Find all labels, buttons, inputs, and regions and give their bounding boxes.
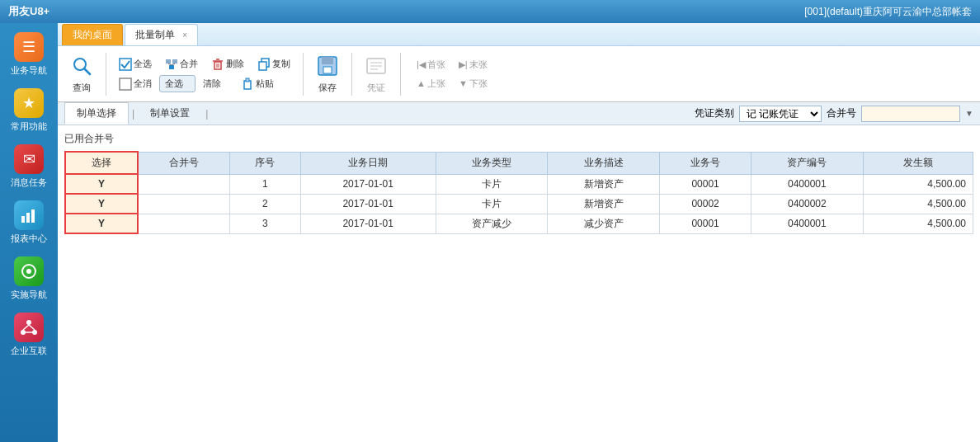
voucher-button[interactable]: 凭证 [359, 52, 393, 96]
clear-button[interactable]: 清除 [197, 75, 233, 92]
cell-sequence: 1 [230, 174, 301, 194]
sidebar-label-message: 消息任务 [11, 176, 47, 189]
col-header-bizdate: 业务日期 [300, 152, 436, 174]
separator-2 [303, 53, 304, 96]
last-button[interactable]: ▶| 末张 [453, 56, 493, 73]
query-button[interactable]: 查询 [64, 52, 99, 96]
server-info: [001](default)重庆阿可云渝中总部帐套 [804, 5, 972, 19]
cell-sequence: 3 [230, 214, 301, 233]
sidebar-item-guide[interactable]: 实施导航 [2, 252, 55, 306]
last-label: 末张 [469, 59, 488, 71]
first-icon: |◀ [417, 59, 426, 70]
report-icon [14, 200, 44, 230]
delete-label: 删除 [226, 58, 244, 70]
prev-label: 上张 [427, 78, 445, 90]
separator-1 [106, 53, 106, 96]
paste-button[interactable]: 粘贴 [235, 75, 280, 93]
save-icon [316, 54, 339, 80]
cell-bizdate: 2017-01-01 [300, 174, 436, 194]
voucher-icon [365, 54, 388, 80]
cell-bizdesc: 新增资产 [548, 194, 660, 214]
cell-biznum: 00002 [660, 194, 751, 214]
merge-num-dropdown-arrow[interactable]: ▼ [965, 109, 973, 118]
cell-mergenum [138, 214, 230, 233]
cell-amount: 4,500.00 [863, 214, 973, 233]
tab-batch-voucher[interactable]: 批量制单 × [125, 24, 198, 45]
sidebar-item-enterprise[interactable]: 企业互联 [2, 308, 55, 362]
delete-button[interactable]: 删除 [205, 55, 250, 73]
prev-button[interactable]: ▲ 上张 [411, 75, 451, 92]
tab-bar: 我的桌面 批量制单 × [58, 23, 980, 46]
guide-icon [14, 256, 44, 286]
col-header-amount: 发生额 [863, 152, 973, 174]
col-header-biznum: 业务号 [660, 152, 751, 174]
data-table: 选择 合并号 序号 业务日期 业务类型 业务描述 业务号 资产编号 发生额 Y1… [64, 151, 973, 234]
voucher-type-select[interactable]: 记 记账凭证 [739, 106, 822, 122]
separator-3 [351, 53, 352, 96]
toolbar-row-1: 全选 合并 删除 复制 [113, 55, 296, 73]
save-label: 保存 [318, 82, 337, 94]
table-row: Y22017-01-01卡片新增资产0000204000024,500.00 [65, 194, 973, 214]
merge-num-input[interactable] [861, 106, 960, 122]
query-icon [70, 54, 93, 80]
sidebar-item-report[interactable]: 报表中心 [2, 195, 55, 250]
tab-close-icon[interactable]: × [182, 31, 187, 40]
cell-select[interactable]: Y [65, 194, 138, 214]
cell-bizdate: 2017-01-01 [300, 194, 436, 214]
cell-biznum: 00001 [660, 214, 751, 233]
col-header-select: 选择 [65, 152, 138, 174]
cell-mergenum [138, 174, 230, 194]
first-label: 首张 [427, 59, 445, 71]
table-row: Y32017-01-01资产减少减少资产0000104000014,500.00 [65, 214, 973, 233]
next-label: 下张 [469, 78, 488, 90]
nav-row-1: |◀ 首张 ▶| 末张 [411, 56, 493, 73]
cancel-select-button[interactable]: 全消 [113, 75, 158, 93]
svg-rect-30 [322, 57, 333, 64]
svg-rect-19 [214, 62, 221, 69]
cell-sequence: 2 [230, 194, 301, 214]
cell-select[interactable]: Y [65, 174, 138, 194]
svg-rect-31 [323, 67, 332, 73]
panel-tab-divider: | [132, 108, 134, 120]
cell-biznum: 00001 [660, 174, 751, 194]
panel-tab-divider2: | [205, 108, 208, 120]
save-button[interactable]: 保存 [310, 52, 345, 96]
col-header-sequence: 序号 [230, 152, 301, 174]
table-row: Y12017-01-01卡片新增资产0000104000014,500.00 [65, 174, 973, 194]
panel-tab-select[interactable]: 制单选择 [64, 102, 129, 125]
svg-rect-0 [21, 216, 25, 223]
panel-tab-settings[interactable]: 制单设置 [138, 102, 202, 125]
svg-rect-25 [259, 62, 266, 70]
voucher-type-label: 凭证类别 [695, 106, 734, 120]
copy-button[interactable]: 复制 [252, 55, 296, 73]
svg-rect-15 [172, 59, 177, 63]
sidebar: ☰ 业务导航 ★ 常用功能 ✉ 消息任务 报表中心 实施导航 [0, 23, 58, 442]
sidebar-item-nav[interactable]: ☰ 业务导航 [2, 27, 55, 82]
first-button[interactable]: |◀ 首张 [411, 56, 451, 73]
title-bar: 用友U8+ [001](default)重庆阿可云渝中总部帐套 [0, 0, 980, 23]
toolbar-section-1: 全选 合并 删除 复制 [113, 55, 296, 93]
sidebar-item-message[interactable]: ✉ 消息任务 [2, 139, 55, 194]
merge-button[interactable]: 合并 [159, 55, 204, 73]
select-all-btn2[interactable]: 全选 [159, 75, 196, 92]
select-all-button[interactable]: 全选 [113, 55, 158, 73]
merge-label: 合并 [180, 58, 198, 70]
tab-desktop[interactable]: 我的桌面 [62, 24, 123, 45]
sidebar-item-common[interactable]: ★ 常用功能 [2, 83, 55, 138]
cancel-select-label: 全消 [134, 78, 152, 90]
cell-biztype: 资产减少 [436, 214, 548, 233]
sidebar-label-common: 常用功能 [11, 120, 47, 133]
cell-select[interactable]: Y [65, 214, 138, 233]
cell-bizdesc: 减少资产 [548, 214, 660, 233]
panel-tab-select-label: 制单选择 [77, 107, 116, 119]
col-header-assetnum: 资产编号 [751, 152, 863, 174]
svg-line-8 [23, 325, 29, 330]
svg-rect-2 [31, 209, 35, 223]
panel-tabs: 制单选择 | 制单设置 | 凭证类别 记 记账凭证 合并号 ▼ [58, 102, 980, 125]
title-bar-left: 用友U8+ [8, 4, 49, 19]
svg-rect-26 [120, 78, 131, 90]
query-label: 查询 [73, 82, 91, 94]
next-button[interactable]: ▼ 下张 [453, 75, 493, 92]
cell-assetnum: 0400001 [751, 214, 863, 233]
content-area: 我的桌面 批量制单 × 查询 [58, 23, 980, 442]
